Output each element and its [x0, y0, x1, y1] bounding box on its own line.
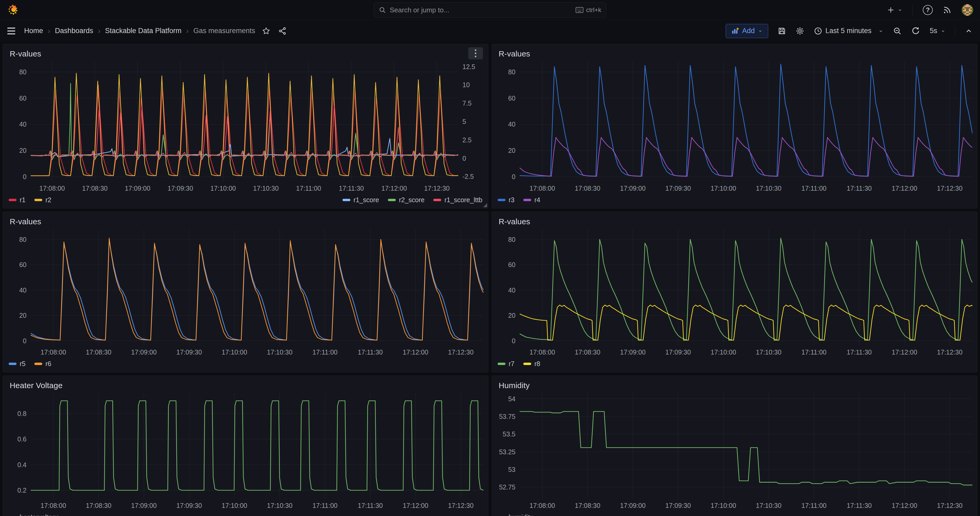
plot-area: 020406080 -2.502.557.51012.5 17:08:0017:…	[8, 61, 484, 194]
y-axis-tick-label: 53	[508, 466, 515, 473]
x-axis-tick-label: 17:09:00	[620, 349, 646, 356]
x-axis-tick-label: 17:12:00	[892, 185, 917, 192]
x-axis-tick-label: 17:10:30	[756, 349, 781, 356]
refresh-interval-picker[interactable]: 5s	[930, 27, 946, 35]
legend-item-r1_score[interactable]: r1_score	[342, 196, 379, 204]
y-axis-tick-label: 0	[512, 337, 515, 344]
dashboard-settings-gear-icon[interactable]	[795, 27, 804, 35]
y-axis-tick-label: 7.5	[463, 100, 472, 107]
legend-swatch-icon	[433, 199, 441, 201]
x-axis-tick-label: 17:11:30	[847, 185, 872, 192]
panel-resize-handle[interactable]	[483, 203, 487, 207]
user-avatar[interactable]	[962, 4, 973, 16]
x-axis-tick-label: 17:09:00	[125, 185, 150, 192]
chart-canvas[interactable]	[520, 229, 972, 346]
chart-canvas[interactable]	[520, 393, 972, 499]
plot-area: 020406080 17:08:0017:08:3017:09:0017:09:…	[496, 229, 972, 357]
chart-canvas[interactable]	[520, 61, 972, 182]
legend-item-r1[interactable]: r1	[9, 196, 25, 204]
panel-title[interactable]: R-values	[10, 49, 41, 58]
legend-item-r2[interactable]: r2	[34, 196, 51, 204]
y-axis-tick-label: 60	[19, 261, 27, 269]
y-axis-tick-label: 52.75	[499, 483, 515, 491]
zoom-out-icon[interactable]	[893, 27, 902, 35]
refresh-icon[interactable]	[911, 27, 920, 35]
panel-title[interactable]: Humidity	[499, 381, 530, 390]
chart-canvas[interactable]	[31, 229, 484, 346]
breadcrumb-folder[interactable]: Stackable Data Platform	[105, 27, 181, 35]
top-nav: Search or jump to... ctrl+k ?	[0, 0, 980, 20]
legend-item-r8[interactable]: r8	[523, 360, 540, 368]
x-axis-tick-label: 17:08:00	[39, 185, 65, 192]
legend-label: humidity	[509, 513, 533, 516]
x-axis-tick-label: 17:12:30	[937, 185, 963, 192]
save-dashboard-icon[interactable]	[778, 27, 786, 35]
x-axis-tick-label: 17:11:30	[358, 502, 383, 510]
x-axis-tick-label: 17:09:00	[620, 502, 646, 510]
x-axis-tick-label: 17:08:00	[41, 349, 66, 356]
legend-item-humidity[interactable]: humidity	[498, 513, 533, 516]
search-input[interactable]: Search or jump to... ctrl+k	[374, 2, 606, 18]
x-axis: 17:08:0017:08:3017:09:0017:09:3017:10:00…	[520, 499, 972, 511]
x-axis-tick-label: 17:10:00	[222, 502, 247, 510]
y-axis-tick-label: 0	[463, 154, 466, 162]
breadcrumb-home[interactable]: Home	[24, 27, 43, 35]
panel-title[interactable]: R-values	[499, 217, 530, 226]
menu-toggle-icon[interactable]	[7, 27, 15, 34]
news-rss-icon[interactable]	[943, 5, 951, 14]
legend-item-r4[interactable]: r4	[523, 196, 540, 204]
legend-swatch-icon	[34, 199, 42, 201]
y-axis-tick-label: 80	[19, 236, 27, 243]
x-axis-tick-label: 17:12:00	[892, 502, 917, 510]
x-axis-tick-label: 17:10:00	[711, 185, 736, 192]
x-axis-tick-label: 17:09:30	[167, 185, 193, 192]
x-axis-tick-label: 17:11:00	[296, 185, 321, 192]
panel-title[interactable]: R-values	[10, 217, 41, 226]
y-axis-tick-label: 80	[508, 68, 515, 76]
y-axis-tick-label: 20	[508, 312, 515, 319]
y-axis-tick-label: 60	[19, 94, 27, 102]
y-axis-tick-label: 20	[508, 147, 515, 154]
legend-item-r3[interactable]: r3	[498, 196, 514, 204]
collapse-toolbar-caret-icon[interactable]	[965, 27, 973, 35]
panel-menu-kebab-icon[interactable]	[468, 47, 483, 59]
time-range-picker[interactable]: Last 5 minutes	[814, 27, 884, 35]
y-axis-tick-label: 40	[508, 286, 515, 294]
y-axis-tick-label: 80	[19, 68, 27, 76]
x-axis-tick-label: 17:09:30	[665, 185, 691, 192]
x-axis: 17:08:0017:08:3017:09:0017:09:3017:10:00…	[31, 499, 484, 511]
y-axis-tick-label: 10	[463, 81, 470, 89]
legend-item-r1_score_lttb[interactable]: r1_score_lttb	[433, 196, 482, 204]
y-axis-left: 020406080	[496, 229, 520, 346]
add-panel-button[interactable]: Add	[726, 24, 768, 38]
legend-item-r6[interactable]: r6	[34, 360, 51, 368]
legend-item-r2_score[interactable]: r2_score	[388, 196, 425, 204]
legend-item-r5[interactable]: r5	[9, 360, 25, 368]
x-axis-tick-label: 17:11:00	[802, 349, 826, 356]
panel-title[interactable]: R-values	[499, 49, 530, 58]
legend-swatch-icon	[523, 199, 531, 201]
x-axis-tick-label: 17:12:00	[403, 349, 428, 356]
y-axis-tick-label: 0	[23, 173, 27, 181]
grafana-logo[interactable]	[7, 4, 19, 16]
panel-title[interactable]: Heater Voltage	[10, 381, 62, 390]
x-axis-tick-label: 17:12:30	[448, 349, 474, 356]
panel-r-values-r3-r4: R-values 020406080 17:08:0017:08:3017:09…	[492, 44, 977, 209]
favorite-star-icon[interactable]	[262, 27, 270, 35]
y-axis-tick-label: 80	[508, 236, 515, 243]
help-icon[interactable]: ?	[923, 5, 933, 15]
panel-header: Heater Voltage	[8, 378, 484, 393]
panel-r-values-scores: R-values 020406080 -2.502.557.51012.5 17…	[3, 44, 488, 209]
share-icon[interactable]	[278, 27, 286, 35]
legend-item-heatervoltage[interactable]: heatervoltage	[9, 513, 60, 516]
breadcrumb-dashboards[interactable]: Dashboards	[55, 27, 93, 35]
y-axis-left: 020406080	[496, 61, 520, 182]
add-panel-icon	[731, 27, 739, 35]
x-axis-tick-label: 17:11:00	[313, 349, 337, 356]
legend-group-left: r7r8	[498, 360, 540, 368]
legend-item-r7[interactable]: r7	[498, 360, 514, 368]
x-axis-tick-label: 17:09:30	[177, 502, 202, 510]
chart-canvas[interactable]	[31, 61, 458, 182]
new-plus-button[interactable]	[887, 6, 902, 14]
chart-canvas[interactable]	[31, 393, 484, 499]
